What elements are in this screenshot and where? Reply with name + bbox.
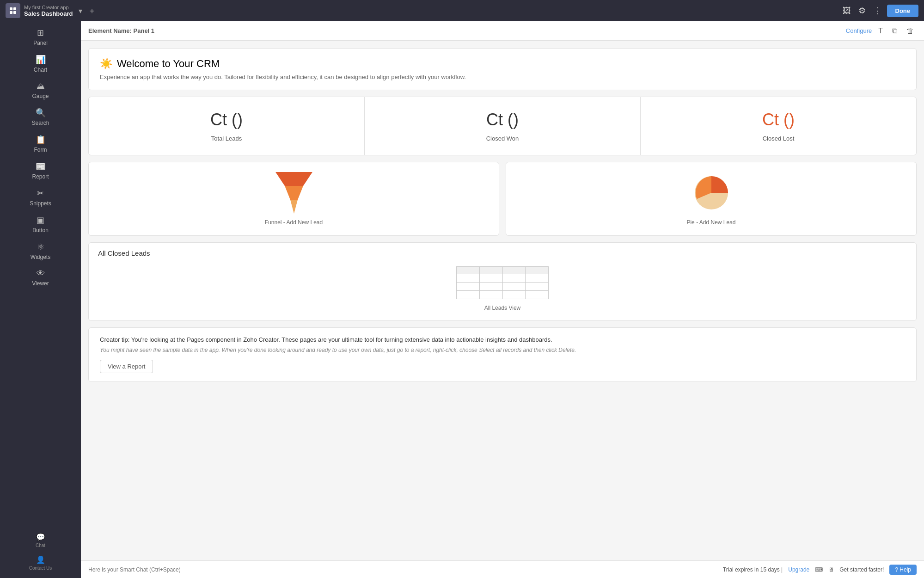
element-copy-icon[interactable]: ⧉ [889,26,900,36]
app-title: My first Creator app Sales Dashboard [24,5,73,17]
sidebar-item-button[interactable]: ▣ Button [0,210,81,237]
sidebar-item-widgets-label: Widgets [31,254,50,260]
dashboard-name-label: Sales Dashboard [24,10,73,17]
button-icon: ▣ [37,215,44,225]
pie-chart-label: Pie - Add New Lead [686,219,735,226]
upgrade-link[interactable]: Upgrade [788,566,809,573]
svg-rect-3 [13,11,16,14]
dashboard: ☀️ Welcome to Your CRM Experience an app… [81,41,924,560]
sidebar-contact[interactable]: 👤 Contact Us [0,552,81,574]
smart-chat-input[interactable] [88,566,723,573]
leads-table-placeholder [456,266,549,299]
sidebar-item-widgets[interactable]: ⚛ Widgets [0,237,81,264]
done-button[interactable]: Done [887,5,919,17]
sidebar-bottom: 💬 Chat 👤 Contact Us [0,529,81,578]
widgets-icon: ⚛ [37,242,44,252]
trial-text: Trial expires in 15 days | [723,566,783,573]
closed-lost-label: Closed Lost [648,135,909,142]
funnel-svg [275,172,312,214]
sidebar-chat-label: Chat [36,543,45,548]
closed-won-label: Closed Won [372,135,633,142]
sidebar-item-report-label: Report [32,173,49,180]
sidebar-item-snippets[interactable]: ✂ Snippets [0,184,81,210]
leads-header: All Closed Leads [89,243,916,262]
help-button[interactable]: ? Help [889,565,917,575]
welcome-subtitle: Experience an app that works the way you… [100,74,905,80]
status-bar-right: Trial expires in 15 days | Upgrade ⌨ 🖥 G… [723,565,917,575]
gauge-icon: ⛰ [37,81,45,91]
sidebar: ⊞ Panel 📊 Chart ⛰ Gauge 🔍 Search 📋 Form … [0,21,81,578]
leads-content: All Leads View [89,262,916,320]
contact-icon: 👤 [36,555,45,564]
stat-closed-lost: Ct () Closed Lost [641,97,916,155]
pie-svg [691,172,732,214]
element-bar: Element Name: Panel 1 Configure T ⧉ 🗑 [81,21,924,41]
element-text-icon[interactable]: T [875,26,886,36]
sidebar-item-form[interactable]: 📋 Form [0,130,81,157]
snippets-icon: ✂ [37,188,44,198]
sidebar-item-gauge[interactable]: ⛰ Gauge [0,77,81,103]
sidebar-item-viewer[interactable]: 👁 Viewer [0,264,81,290]
charts-row: Funnel - Add New Lead Pie - Add New L [88,162,917,236]
topbar-more-icon[interactable]: ⋮ [871,4,883,18]
form-icon: 📋 [36,135,46,145]
svg-marker-6 [290,200,298,214]
pie-chart-card: Pie - Add New Lead [506,162,917,236]
sidebar-item-gauge-label: Gauge [32,93,49,99]
creator-tip: Creator tip: You're looking at the Pages… [88,327,917,382]
get-started-icon: 🖥 [828,566,834,573]
creator-tip-subtitle: You might have seen the sample data in t… [100,347,905,353]
sidebar-item-form-label: Form [34,147,47,153]
keyboard-icon: ⌨ [815,566,823,573]
sidebar-item-viewer-label: Viewer [32,280,49,287]
closed-won-value: Ct () [372,110,633,129]
leads-section: All Closed Leads All Leads View [88,242,917,321]
app-name-label: My first Creator app [24,5,73,10]
stat-total-leads: Ct () Total Leads [89,97,365,155]
topbar-chevron-icon[interactable]: ▾ [79,6,82,15]
status-bar: Trial expires in 15 days | Upgrade ⌨ 🖥 G… [81,560,924,578]
topbar-settings-icon[interactable]: ⚙ [857,4,868,18]
topbar-plus-icon[interactable]: ＋ [88,5,96,16]
get-started-text: Get started faster! [839,566,884,573]
sidebar-item-button-label: Button [32,227,49,234]
configure-link[interactable]: Configure [846,27,872,34]
sidebar-chat[interactable]: 💬 Chat [0,529,81,552]
app-icon [6,3,20,18]
viewer-icon: 👁 [37,269,45,278]
topbar: My first Creator app Sales Dashboard ▾ ＋… [0,0,924,21]
sidebar-item-report[interactable]: 📰 Report [0,157,81,184]
welcome-emoji: ☀️ [100,58,112,70]
report-icon: 📰 [36,161,46,172]
table-label: All Leads View [484,305,521,311]
chart-icon: 📊 [36,55,46,65]
svg-rect-2 [10,11,12,14]
closed-lost-value: Ct () [648,110,909,129]
total-leads-value: Ct () [96,110,357,129]
sidebar-contact-label: Contact Us [29,566,52,571]
funnel-chart-card: Funnel - Add New Lead [88,162,499,236]
sidebar-item-search-label: Search [31,120,49,126]
sidebar-item-chart-label: Chart [34,67,47,73]
topbar-image-icon[interactable]: 🖼 [841,4,853,18]
funnel-chart-label: Funnel - Add New Lead [265,219,323,226]
welcome-title: ☀️ Welcome to Your CRM [100,58,905,70]
svg-rect-0 [10,7,12,10]
element-delete-icon[interactable]: 🗑 [904,26,917,36]
main-layout: ⊞ Panel 📊 Chart ⛰ Gauge 🔍 Search 📋 Form … [0,21,924,578]
sidebar-item-panel-label: Panel [33,40,48,46]
search-icon: 🔍 [36,108,46,118]
welcome-heading: Welcome to Your CRM [117,58,220,70]
welcome-panel: ☀️ Welcome to Your CRM Experience an app… [88,48,917,90]
sidebar-item-panel[interactable]: ⊞ Panel [0,23,81,50]
sidebar-item-snippets-label: Snippets [30,200,51,207]
sidebar-item-search[interactable]: 🔍 Search [0,103,81,130]
view-report-button[interactable]: View a Report [100,360,153,373]
svg-rect-1 [13,7,16,10]
sidebar-item-chart[interactable]: 📊 Chart [0,50,81,77]
stat-closed-won: Ct () Closed Won [365,97,641,155]
chat-icon: 💬 [36,533,45,541]
element-name-label: Element Name: Panel 1 [88,27,154,34]
stats-row: Ct () Total Leads Ct () Closed Won Ct ()… [88,97,917,155]
creator-tip-title: Creator tip: You're looking at the Pages… [100,336,905,343]
